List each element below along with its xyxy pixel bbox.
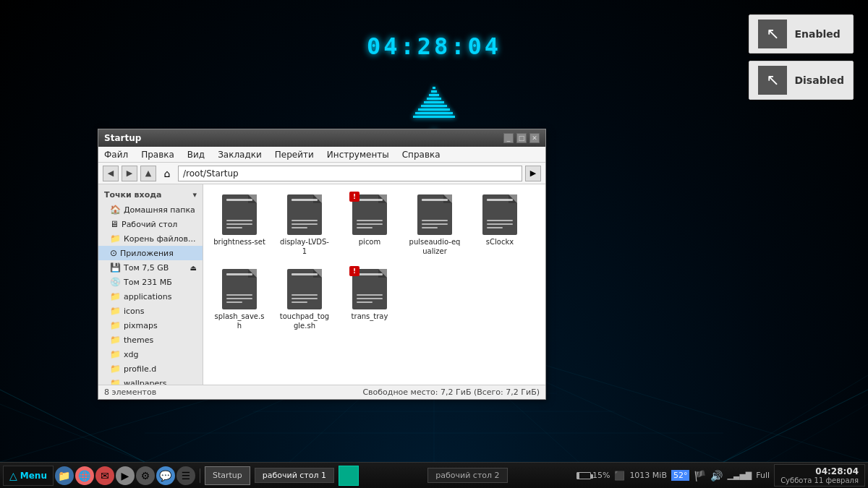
cursor-disabled-item[interactable]: ↖ Disabled <box>749 61 854 100</box>
desktop: 04:28:04 ↖ Enabled ↖ Disabled <box>0 0 868 488</box>
cursor-disabled-thumb: ↖ <box>758 66 787 95</box>
fm-path-expand-button[interactable]: ▶ <box>525 166 541 181</box>
file-display-lvds1-name: display-LVDS-1 <box>278 237 331 256</box>
sidebar-item-xdg[interactable]: 📁 xdg <box>98 347 203 361</box>
svg-line-15 <box>723 390 868 462</box>
fm-maximize-button[interactable]: □ <box>516 133 527 143</box>
sidebar-item-desktop[interactable]: 🖥 Рабочий стол <box>98 217 203 231</box>
taskbar-menu-button[interactable]: △ Menu <box>3 466 54 486</box>
file-sclockx-name: sClockx <box>486 237 514 247</box>
file-brightness-set[interactable]: brightness-set <box>210 192 268 259</box>
sidebar-item-applications-dir-label: applications <box>124 292 171 301</box>
taskbar-apps: 📁 🌐 ✉ ▶ ⚙ 💬 ☰ <box>55 466 195 485</box>
sidebar-item-profiled[interactable]: 📁 profile.d <box>98 361 203 376</box>
taskbar: △ Menu 📁 🌐 ✉ ▶ ⚙ 💬 ☰ Startup рабочий сто… <box>0 462 868 488</box>
fm-menu-go[interactable]: Перейти <box>272 148 317 161</box>
sidebar-item-root[interactable]: 📁 Корень файлов... <box>98 231 203 246</box>
taskbar-app-extra[interactable]: ☰ <box>176 466 195 485</box>
taskbar-app-media[interactable]: ▶ <box>116 466 135 485</box>
sidebar-item-vol-231mb[interactable]: 💿 Том 231 МБ <box>98 275 203 289</box>
svg-line-17 <box>767 404 868 462</box>
show-desktop-button[interactable] <box>339 466 359 486</box>
fm-sidebar-section-header: Точки входа ▾ <box>98 187 203 202</box>
taskbar-app-mail[interactable]: ✉ <box>95 466 114 485</box>
fm-sidebar-collapse-icon[interactable]: ▾ <box>192 190 197 200</box>
svg-line-14 <box>0 404 145 462</box>
fm-home-button[interactable]: ⌂ <box>159 166 175 181</box>
home-folder-icon: 🏠 <box>110 205 121 215</box>
profiled-folder-icon: 📁 <box>110 364 121 374</box>
fm-nav-prev-button[interactable]: ◀ <box>103 166 119 181</box>
file-pulseaudio-equalizer[interactable]: pulseaudio-equalizer <box>406 192 464 259</box>
pixmaps-folder-icon: 📁 <box>110 320 121 330</box>
fm-minimize-button[interactable]: _ <box>503 133 514 143</box>
file-brightness-set-icon <box>222 194 257 235</box>
file-sclockx[interactable]: sClockx <box>471 192 529 259</box>
taskbar-middle: рабочий стол 2 <box>360 468 575 483</box>
icons-folder-icon: 📁 <box>110 306 121 316</box>
taskbar-systray: 15% ⬛ 1013 MiB 52° 🏴 🔊 ▁▃▅▇ Full <box>576 470 770 481</box>
cursor-enabled-item[interactable]: ↖ Enabled <box>749 14 854 53</box>
file-touchpad-toggle[interactable]: touchpad_toggle.sh <box>276 266 333 333</box>
fm-menu-bookmarks[interactable]: Закладки <box>215 148 265 161</box>
tray-flag-icon: 🏴 <box>694 470 706 481</box>
taskbar-app-files[interactable]: 📁 <box>55 466 74 485</box>
workspace-2-button[interactable]: рабочий стол 2 <box>427 468 507 483</box>
svg-line-13 <box>0 390 145 462</box>
sidebar-item-vol-75gb[interactable]: 💾 Том 7,5 GB ⏏ <box>98 260 203 275</box>
fm-nav-up-button[interactable]: ▲ <box>140 166 156 181</box>
wallpapers-folder-icon: 📁 <box>110 378 121 385</box>
fm-main-area: brightness-set display-LVDS-1 <box>203 184 545 385</box>
eject-icon[interactable]: ⏏ <box>190 264 197 272</box>
desktop-clock: 04:28:04 <box>367 33 501 60</box>
sidebar-item-wallpapers[interactable]: 📁 wallpapers <box>98 376 203 385</box>
file-splash-save-name: splash_save.sh <box>213 312 265 330</box>
taskbar-app-browser[interactable]: 🌐 <box>75 466 94 485</box>
sidebar-item-profiled-label: profile.d <box>124 364 156 374</box>
fm-titlebar: Startup _ □ ✕ <box>98 129 545 147</box>
cursor-disabled-label: Disabled <box>794 74 844 86</box>
file-manager-window: Startup _ □ ✕ Файл Правка Вид Закладки П… <box>98 129 546 400</box>
fm-body: Точки входа ▾ 🏠 Домашняя папка 🖥 Рабочий… <box>98 184 545 385</box>
file-trans-tray-name: trans_tray <box>352 312 388 321</box>
fm-nav-next-button[interactable]: ▶ <box>122 166 137 181</box>
sidebar-item-applications-dir[interactable]: 📁 applications <box>98 289 203 304</box>
fm-menu-view[interactable]: Вид <box>184 148 208 161</box>
taskbar-app-chat[interactable]: 💬 <box>156 466 175 485</box>
menu-triangle-icon: △ <box>9 470 17 481</box>
tray-network-icon: ▁▃▅▇ <box>727 471 752 480</box>
fm-menu-tools[interactable]: Инструменты <box>324 148 392 161</box>
taskbar-app-settings[interactable]: ⚙ <box>136 466 155 485</box>
file-display-lvds1-icon <box>287 194 322 235</box>
fm-close-button[interactable]: ✕ <box>529 133 540 143</box>
sidebar-item-applications[interactable]: ⊙ Приложения <box>98 246 203 260</box>
taskbar-clock[interactable]: 04:28:04 Суббота 11 февраля <box>774 464 865 487</box>
sidebar-item-themes[interactable]: 📁 themes <box>98 333 203 347</box>
sidebar-item-pixmaps[interactable]: 📁 pixmaps <box>98 318 203 333</box>
fm-statusbar: 8 элементов Свободное место: 7,2 ГиБ (Вс… <box>98 385 545 399</box>
fm-sidebar-section-label: Точки входа <box>104 190 162 200</box>
tray-volume-icon[interactable]: 🔊 <box>710 470 723 481</box>
file-splash-save[interactable]: splash_save.sh <box>210 266 268 333</box>
cursor-arrow-icon: ↖ <box>766 26 779 42</box>
cursor-enabled-label: Enabled <box>794 28 840 40</box>
sidebar-item-pixmaps-label: pixmaps <box>124 321 158 330</box>
file-picom[interactable]: picom <box>341 192 399 259</box>
taskbar-window-startup[interactable]: Startup <box>205 466 250 485</box>
root-folder-icon: 📁 <box>110 234 121 244</box>
sidebar-item-icons[interactable]: 📁 icons <box>98 304 203 318</box>
fm-files-grid: brightness-set display-LVDS-1 <box>210 192 538 333</box>
fm-menu-file[interactable]: Файл <box>101 148 131 161</box>
workspace-1-button[interactable]: рабочий стол 1 <box>255 468 334 483</box>
taskbar-workspace: рабочий стол 1 <box>255 468 334 483</box>
volume-75gb-icon: 💾 <box>110 262 121 273</box>
fm-menu-help[interactable]: Справка <box>399 148 443 161</box>
fm-path-bar[interactable]: /root/Startup <box>178 166 522 181</box>
tray-volume-label: Full <box>756 471 770 480</box>
fm-menu-edit[interactable]: Правка <box>138 148 177 161</box>
sidebar-item-home[interactable]: 🏠 Домашняя папка <box>98 202 203 217</box>
file-display-lvds1[interactable]: display-LVDS-1 <box>276 192 333 259</box>
taskbar-window-label: Startup <box>213 471 242 480</box>
fm-toolbar: ◀ ▶ ▲ ⌂ /root/Startup ▶ <box>98 163 545 184</box>
file-trans-tray[interactable]: trans_tray <box>341 266 399 333</box>
